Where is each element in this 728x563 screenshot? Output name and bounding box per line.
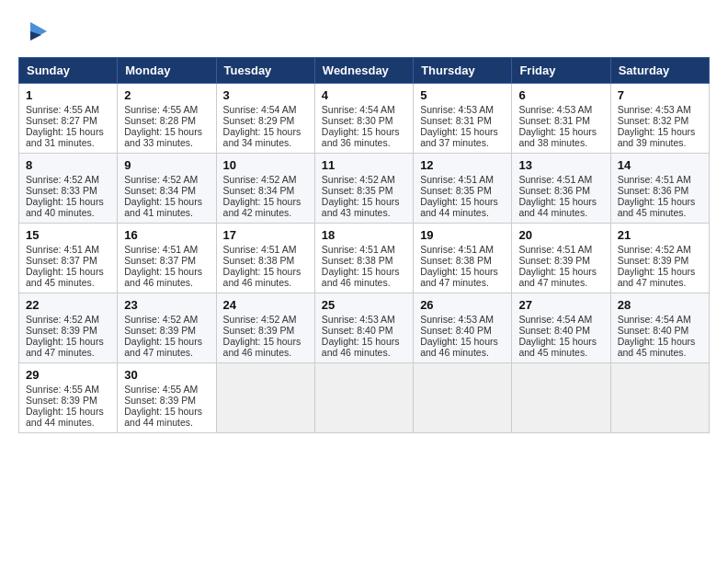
daylight-text: Daylight: 15 hours and 46 minutes. bbox=[223, 266, 301, 288]
col-thursday: Thursday bbox=[414, 58, 512, 84]
calendar-week-row: 29Sunrise: 4:55 AMSunset: 8:39 PMDayligh… bbox=[19, 363, 710, 433]
sunset-text: Sunset: 8:34 PM bbox=[124, 185, 196, 196]
sunrise-text: Sunrise: 4:51 AM bbox=[518, 244, 592, 255]
day-number: 27 bbox=[518, 298, 603, 312]
calendar-day-cell: 3Sunrise: 4:54 AMSunset: 8:29 PMDaylight… bbox=[216, 84, 314, 154]
day-number: 21 bbox=[618, 228, 702, 242]
calendar-day-cell: 29Sunrise: 4:55 AMSunset: 8:39 PMDayligh… bbox=[19, 363, 118, 433]
sunrise-text: Sunrise: 4:51 AM bbox=[618, 174, 691, 185]
sunrise-text: Sunrise: 4:52 AM bbox=[618, 244, 691, 255]
calendar-day-cell: 11Sunrise: 4:52 AMSunset: 8:35 PMDayligh… bbox=[314, 154, 413, 224]
calendar-table: Sunday Monday Tuesday Wednesday Thursday… bbox=[18, 57, 710, 433]
col-saturday: Saturday bbox=[610, 58, 709, 84]
daylight-text: Daylight: 15 hours and 40 minutes. bbox=[26, 196, 104, 218]
day-number: 16 bbox=[124, 228, 209, 242]
daylight-text: Daylight: 15 hours and 44 minutes. bbox=[420, 196, 498, 218]
daylight-text: Daylight: 15 hours and 45 minutes. bbox=[618, 196, 696, 218]
logo-icon bbox=[21, 15, 54, 48]
day-number: 26 bbox=[420, 298, 505, 312]
sunset-text: Sunset: 8:39 PM bbox=[124, 395, 196, 406]
day-number: 30 bbox=[124, 368, 209, 382]
daylight-text: Daylight: 15 hours and 39 minutes. bbox=[618, 126, 696, 148]
calendar-day-cell: 27Sunrise: 4:54 AMSunset: 8:40 PMDayligh… bbox=[512, 293, 610, 363]
calendar-week-row: 22Sunrise: 4:52 AMSunset: 8:39 PMDayligh… bbox=[19, 293, 710, 363]
daylight-text: Daylight: 15 hours and 47 minutes. bbox=[518, 266, 597, 288]
daylight-text: Daylight: 15 hours and 38 minutes. bbox=[518, 126, 597, 148]
calendar-day-cell: 24Sunrise: 4:52 AMSunset: 8:39 PMDayligh… bbox=[216, 293, 314, 363]
calendar-day-cell: 25Sunrise: 4:53 AMSunset: 8:40 PMDayligh… bbox=[314, 293, 413, 363]
calendar-day-cell: 9Sunrise: 4:52 AMSunset: 8:34 PMDaylight… bbox=[118, 154, 216, 224]
day-number: 7 bbox=[618, 88, 702, 102]
sunset-text: Sunset: 8:36 PM bbox=[618, 185, 689, 196]
sunset-text: Sunset: 8:29 PM bbox=[223, 115, 295, 126]
day-number: 2 bbox=[124, 88, 209, 102]
sunset-text: Sunset: 8:40 PM bbox=[322, 325, 393, 336]
daylight-text: Daylight: 15 hours and 47 minutes. bbox=[420, 266, 498, 288]
sunset-text: Sunset: 8:38 PM bbox=[420, 255, 492, 266]
sunrise-text: Sunrise: 4:51 AM bbox=[518, 174, 592, 185]
logo bbox=[18, 18, 54, 48]
daylight-text: Daylight: 15 hours and 47 minutes. bbox=[618, 266, 696, 288]
calendar-day-cell bbox=[414, 363, 512, 433]
sunrise-text: Sunrise: 4:51 AM bbox=[420, 174, 494, 185]
day-number: 9 bbox=[124, 158, 209, 172]
sunset-text: Sunset: 8:27 PM bbox=[26, 115, 97, 126]
sunrise-text: Sunrise: 4:52 AM bbox=[223, 174, 297, 185]
daylight-text: Daylight: 15 hours and 45 minutes. bbox=[618, 336, 696, 358]
day-number: 25 bbox=[322, 298, 406, 312]
calendar-day-cell: 7Sunrise: 4:53 AMSunset: 8:32 PMDaylight… bbox=[610, 84, 709, 154]
sunrise-text: Sunrise: 4:52 AM bbox=[124, 314, 198, 325]
day-number: 29 bbox=[26, 368, 110, 382]
sunrise-text: Sunrise: 4:51 AM bbox=[124, 244, 198, 255]
daylight-text: Daylight: 15 hours and 46 minutes. bbox=[124, 266, 202, 288]
daylight-text: Daylight: 15 hours and 46 minutes. bbox=[322, 266, 400, 288]
calendar-day-cell: 5Sunrise: 4:53 AMSunset: 8:31 PMDaylight… bbox=[414, 84, 512, 154]
calendar-day-cell: 2Sunrise: 4:55 AMSunset: 8:28 PMDaylight… bbox=[118, 84, 216, 154]
sunrise-text: Sunrise: 4:55 AM bbox=[26, 384, 99, 395]
calendar-day-cell bbox=[216, 363, 314, 433]
sunrise-text: Sunrise: 4:53 AM bbox=[322, 314, 395, 325]
day-number: 12 bbox=[420, 158, 505, 172]
sunset-text: Sunset: 8:30 PM bbox=[322, 115, 393, 126]
daylight-text: Daylight: 15 hours and 42 minutes. bbox=[223, 196, 301, 218]
calendar-day-cell: 28Sunrise: 4:54 AMSunset: 8:40 PMDayligh… bbox=[610, 293, 709, 363]
sunrise-text: Sunrise: 4:51 AM bbox=[26, 244, 99, 255]
calendar-day-cell: 15Sunrise: 4:51 AMSunset: 8:37 PMDayligh… bbox=[19, 224, 118, 293]
calendar-day-cell: 17Sunrise: 4:51 AMSunset: 8:38 PMDayligh… bbox=[216, 224, 314, 293]
daylight-text: Daylight: 15 hours and 37 minutes. bbox=[420, 126, 498, 148]
col-wednesday: Wednesday bbox=[314, 58, 413, 84]
sunrise-text: Sunrise: 4:52 AM bbox=[26, 314, 99, 325]
sunrise-text: Sunrise: 4:51 AM bbox=[322, 244, 395, 255]
calendar-day-cell: 13Sunrise: 4:51 AMSunset: 8:36 PMDayligh… bbox=[512, 154, 610, 224]
sunrise-text: Sunrise: 4:52 AM bbox=[223, 314, 297, 325]
calendar-day-cell: 1Sunrise: 4:55 AMSunset: 8:27 PMDaylight… bbox=[19, 84, 118, 154]
sunset-text: Sunset: 8:31 PM bbox=[518, 115, 590, 126]
day-number: 20 bbox=[518, 228, 603, 242]
day-number: 18 bbox=[322, 228, 406, 242]
sunset-text: Sunset: 8:32 PM bbox=[618, 115, 689, 126]
sunrise-text: Sunrise: 4:53 AM bbox=[420, 104, 494, 115]
sunrise-text: Sunrise: 4:54 AM bbox=[223, 104, 297, 115]
sunset-text: Sunset: 8:33 PM bbox=[26, 185, 97, 196]
sunset-text: Sunset: 8:39 PM bbox=[618, 255, 689, 266]
day-number: 11 bbox=[322, 158, 406, 172]
daylight-text: Daylight: 15 hours and 46 minutes. bbox=[322, 336, 400, 358]
sunset-text: Sunset: 8:39 PM bbox=[518, 255, 590, 266]
sunrise-text: Sunrise: 4:54 AM bbox=[322, 104, 395, 115]
daylight-text: Daylight: 15 hours and 44 minutes. bbox=[518, 196, 597, 218]
calendar-day-cell: 23Sunrise: 4:52 AMSunset: 8:39 PMDayligh… bbox=[118, 293, 216, 363]
daylight-text: Daylight: 15 hours and 41 minutes. bbox=[124, 196, 202, 218]
day-number: 3 bbox=[223, 88, 308, 102]
calendar-day-cell bbox=[314, 363, 413, 433]
sunset-text: Sunset: 8:38 PM bbox=[322, 255, 393, 266]
calendar-day-cell bbox=[610, 363, 709, 433]
calendar-day-cell: 18Sunrise: 4:51 AMSunset: 8:38 PMDayligh… bbox=[314, 224, 413, 293]
calendar-day-cell: 21Sunrise: 4:52 AMSunset: 8:39 PMDayligh… bbox=[610, 224, 709, 293]
sunset-text: Sunset: 8:35 PM bbox=[322, 185, 393, 196]
day-number: 14 bbox=[618, 158, 702, 172]
sunset-text: Sunset: 8:40 PM bbox=[518, 325, 590, 336]
day-number: 1 bbox=[26, 88, 110, 102]
sunrise-text: Sunrise: 4:54 AM bbox=[618, 314, 691, 325]
day-number: 4 bbox=[322, 88, 406, 102]
sunset-text: Sunset: 8:39 PM bbox=[26, 325, 97, 336]
